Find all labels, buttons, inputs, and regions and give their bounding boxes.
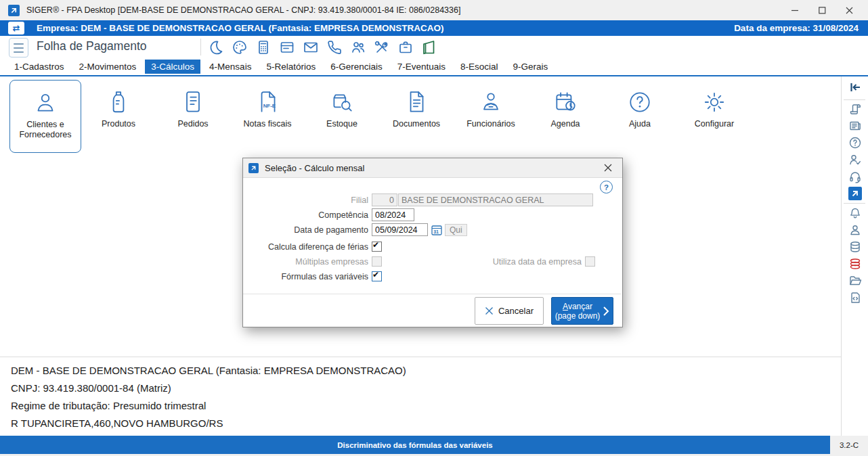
shortcut-notas-fiscais[interactable]: NF-E Notas fiscais bbox=[232, 80, 303, 152]
headset-icon[interactable] bbox=[848, 169, 863, 184]
dialog-help-icon[interactable]: ? bbox=[600, 181, 613, 193]
shortcut-produtos[interactable]: Produtos bbox=[83, 80, 154, 152]
shortcut-configurar[interactable]: Configurar bbox=[679, 80, 750, 152]
tab-relatorios[interactable]: 5-Relatórios bbox=[260, 60, 322, 74]
next-button-label-2: (page down) bbox=[555, 311, 601, 321]
bottle-icon bbox=[83, 80, 154, 115]
check-utiliza-label: Utiliza data da empresa bbox=[382, 257, 585, 267]
shortcut-funcionarios[interactable]: Funcionários bbox=[456, 80, 526, 152]
document-icon bbox=[381, 80, 452, 115]
collapse-left-icon[interactable] bbox=[848, 80, 863, 95]
coins-icon[interactable] bbox=[848, 256, 863, 271]
hamburger-menu-button[interactable] bbox=[9, 38, 28, 58]
dialog-title-bar: Seleção - Cálculo mensal bbox=[243, 158, 622, 178]
check-ferias-checkbox[interactable] bbox=[372, 242, 382, 252]
calculator-icon[interactable] bbox=[254, 38, 272, 56]
dialog-title: Seleção - Cálculo mensal bbox=[265, 163, 364, 173]
folder-open-icon[interactable] bbox=[848, 273, 863, 288]
database-icon[interactable] bbox=[848, 240, 863, 254]
cancel-x-icon bbox=[485, 306, 494, 315]
status-bar: Discriminativo das fórmulas das variávei… bbox=[0, 436, 830, 454]
box-search-icon bbox=[307, 80, 377, 115]
palette-icon[interactable] bbox=[230, 38, 248, 56]
shortcut-label: Configurar bbox=[679, 119, 750, 129]
briefcase-icon[interactable] bbox=[396, 38, 414, 56]
filial-code-input bbox=[372, 193, 397, 206]
shortcut-label: Notas fiscais bbox=[232, 119, 303, 129]
shortcut-label: Produtos bbox=[83, 119, 154, 129]
shortcut-label: Pedidos bbox=[158, 119, 228, 129]
competencia-input[interactable] bbox=[372, 208, 414, 221]
shortcut-documentos[interactable]: Documentos bbox=[381, 80, 452, 152]
help-circle-icon bbox=[605, 80, 675, 115]
tab-movimentos[interactable]: 2-Movimentos bbox=[73, 60, 143, 74]
calendar-clock-icon bbox=[530, 80, 601, 115]
users-icon[interactable] bbox=[349, 38, 367, 56]
code-file-icon[interactable] bbox=[848, 290, 863, 305]
close-button[interactable] bbox=[836, 0, 863, 20]
cancel-button-label: Cancelar bbox=[498, 306, 534, 316]
next-button-label-1: Avançar bbox=[555, 302, 601, 311]
help-icon[interactable] bbox=[848, 135, 863, 150]
tools-icon[interactable] bbox=[372, 38, 391, 56]
scroll-icon[interactable] bbox=[848, 101, 863, 116]
weekday-indicator: Qui bbox=[445, 224, 467, 236]
toolbar-separator bbox=[200, 39, 201, 55]
nfe-document-icon: NF-E bbox=[232, 80, 303, 115]
tab-gerais[interactable]: 9-Gerais bbox=[507, 60, 555, 74]
data-pagamento-input[interactable] bbox=[372, 223, 428, 236]
phone-icon[interactable] bbox=[325, 38, 343, 56]
content-bottom-divider bbox=[0, 357, 841, 357]
switch-company-icon[interactable]: ⇄ bbox=[8, 22, 24, 35]
check-formulas-label: Fórmulas das variáveis bbox=[243, 272, 372, 281]
shortcut-pedidos[interactable]: Pedidos bbox=[158, 80, 228, 152]
next-button[interactable]: Avançar (page down) bbox=[551, 297, 613, 325]
data-pagamento-label: Data de pagamento bbox=[243, 225, 372, 235]
check-formulas-checkbox[interactable] bbox=[372, 271, 382, 281]
content-frame-top-border bbox=[0, 75, 868, 76]
check-multiplas-checkbox bbox=[372, 256, 382, 267]
company-label: Empresa: DEM - BASE DE DEMONSTRACAO GERA… bbox=[37, 23, 444, 33]
tab-calculos[interactable]: 3-Cálculos bbox=[145, 60, 200, 74]
tab-eventuais[interactable]: 7-Eventuais bbox=[391, 60, 452, 74]
employee-icon bbox=[456, 80, 526, 115]
user-icon[interactable] bbox=[848, 223, 863, 237]
siger-dialog-icon bbox=[248, 163, 259, 173]
order-document-icon bbox=[158, 80, 228, 115]
shortcut-agenda[interactable]: Agenda bbox=[530, 80, 601, 152]
check-formulas-row: Fórmulas das variáveis bbox=[243, 270, 382, 283]
shortcut-label: Agenda bbox=[530, 119, 601, 129]
maximize-button[interactable] bbox=[808, 0, 836, 20]
exit-icon[interactable] bbox=[420, 38, 438, 56]
dialog-selecao-calculo-mensal: Seleção - Cálculo mensal ? Filial Compet… bbox=[242, 158, 623, 327]
bell-icon[interactable] bbox=[848, 206, 863, 221]
version-badge: 3.2-C bbox=[830, 436, 868, 454]
title-bar: SIGER® - FPA Desktop [DEM-BASE DE DEMONS… bbox=[0, 0, 868, 20]
tab-cadastros[interactable]: 1-Cadastros bbox=[8, 60, 70, 74]
window-icon[interactable] bbox=[278, 38, 296, 56]
dialog-close-icon[interactable] bbox=[596, 158, 620, 177]
check-multiplas-row: Múltiplas empresas Utiliza data da empre… bbox=[243, 255, 595, 268]
shortcut-ajuda[interactable]: Ajuda bbox=[605, 80, 675, 152]
tab-esocial[interactable]: 8-Esocial bbox=[454, 60, 504, 74]
data-pagamento-row: Data de pagamento 31 Qui bbox=[243, 223, 467, 236]
status-message: Discriminativo das fórmulas das variávei… bbox=[337, 441, 492, 449]
newspaper-icon[interactable] bbox=[848, 118, 863, 133]
dialog-footer-separator bbox=[243, 294, 621, 294]
calendar-31-icon[interactable]: 31 bbox=[431, 225, 442, 235]
tab-mensais[interactable]: 4-Mensais bbox=[203, 60, 257, 74]
siger-icon[interactable] bbox=[848, 186, 863, 201]
tab-gerenciais[interactable]: 6-Gerenciais bbox=[324, 60, 389, 74]
shortcut-clientes-fornecedores[interactable]: Clientes e Fornecedores bbox=[9, 80, 81, 153]
minimize-button[interactable] bbox=[781, 0, 808, 20]
shortcut-label: Clientes e Fornecedores bbox=[10, 120, 81, 140]
moon-icon[interactable] bbox=[207, 38, 225, 56]
competencia-label: Competência bbox=[243, 210, 372, 220]
shortcut-estoque[interactable]: Estoque bbox=[307, 80, 377, 152]
user-check-icon[interactable] bbox=[848, 152, 863, 167]
shortcut-label: Estoque bbox=[307, 119, 377, 129]
cancel-button[interactable]: Cancelar bbox=[475, 297, 544, 325]
module-title: Folha de Pagamento bbox=[37, 39, 146, 53]
shortcut-label: Funcionários bbox=[456, 119, 526, 129]
mail-icon[interactable] bbox=[301, 38, 320, 56]
